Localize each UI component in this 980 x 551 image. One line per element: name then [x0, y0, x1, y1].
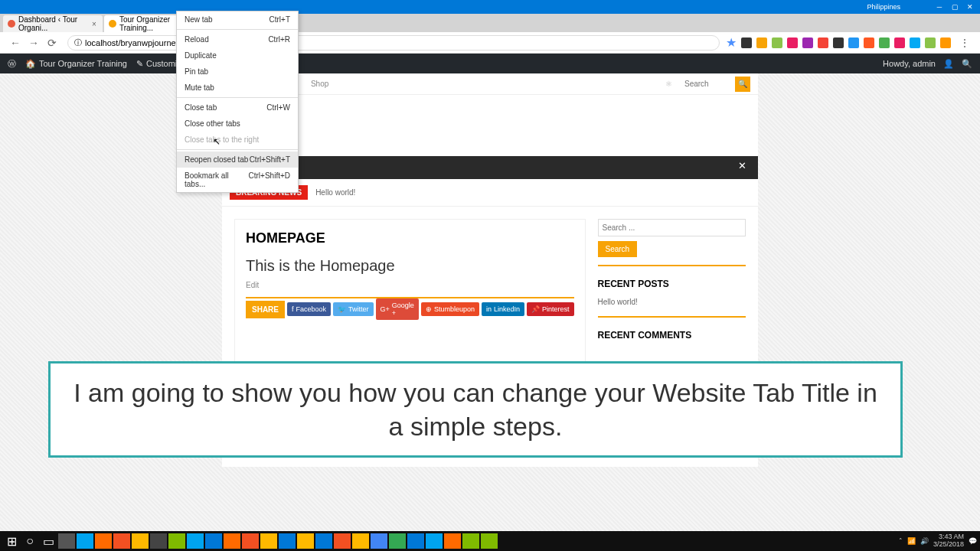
taskbar-app[interactable]: [462, 533, 479, 549]
tutorial-caption: I am going to show you how you can chang…: [48, 361, 903, 458]
ctx-pin[interactable]: Pin tab: [177, 64, 298, 80]
taskbar-app[interactable]: [481, 533, 498, 549]
address-bar[interactable]: ⓘ localhost/bryanwpjourney/: [67, 35, 720, 51]
recent-posts-widget: RECENT POSTS Hello world!: [598, 279, 746, 318]
wp-search-icon[interactable]: 🔍: [962, 59, 972, 69]
taskview-icon[interactable]: ▭: [40, 533, 57, 549]
extension-icon[interactable]: [772, 37, 782, 48]
clock-date[interactable]: 3/25/2018: [933, 541, 964, 549]
ctx-bookmark-all[interactable]: Bookmark all tabs...Ctrl+Shift+D: [177, 168, 298, 192]
taskbar-app[interactable]: [407, 533, 424, 549]
window-titlebar: Philippines ─ ▢ ✕: [0, 0, 980, 14]
cortana-icon[interactable]: ○: [21, 533, 38, 549]
extension-icon[interactable]: [833, 37, 844, 48]
extension-icon[interactable]: [910, 37, 920, 48]
browser-tabstrip: Dashboard ‹ Tour Organi... × Tour Organi…: [0, 14, 980, 32]
wp-avatar-icon[interactable]: 👤: [943, 59, 954, 69]
tray-chevron-icon[interactable]: ˄: [899, 537, 903, 545]
taskbar-app[interactable]: [77, 533, 93, 549]
extension-icon[interactable]: [879, 37, 890, 48]
taskbar-app[interactable]: [95, 533, 112, 549]
taskbar-app[interactable]: [352, 533, 369, 549]
extension-icon[interactable]: [925, 37, 936, 48]
ctx-duplicate[interactable]: Duplicate: [177, 47, 298, 64]
menu-button[interactable]: ⋮: [957, 35, 972, 51]
extension-icon[interactable]: [802, 37, 813, 48]
close-tab-icon[interactable]: ×: [92, 20, 100, 28]
ctx-mute[interactable]: Mute tab: [177, 80, 298, 96]
windows-taskbar: ⊞ ○ ▭ ˄ 📶 🔊 3:43 AM 3/25/2018 💬: [0, 531, 980, 551]
back-button[interactable]: ←: [8, 35, 23, 51]
taskbar-app[interactable]: [132, 533, 149, 549]
taskbar-app[interactable]: [444, 533, 461, 549]
taskbar-app[interactable]: [113, 533, 130, 549]
ctx-new-tab[interactable]: New tabCtrl+T: [177, 11, 298, 28]
post-link[interactable]: Hello world!: [598, 295, 746, 308]
search-button[interactable]: 🔍: [735, 77, 750, 92]
taskbar-app[interactable]: [279, 533, 296, 549]
maximize-button[interactable]: ▢: [948, 2, 962, 12]
page-subtitle: This is the Homepage: [246, 257, 574, 275]
share-linkedin[interactable]: in LinkedIn: [482, 302, 524, 316]
minimize-button[interactable]: ─: [933, 2, 946, 12]
breaking-text[interactable]: Hello world!: [315, 188, 355, 197]
taskbar-app[interactable]: [205, 533, 222, 549]
tray-volume-icon[interactable]: 🔊: [920, 537, 929, 545]
extension-icon[interactable]: [848, 37, 859, 48]
ctx-close-other[interactable]: Close other tabs: [177, 116, 298, 132]
extension-icon[interactable]: [894, 37, 905, 48]
extension-icon[interactable]: [787, 37, 798, 48]
edit-link[interactable]: Edit: [246, 281, 574, 289]
close-window-button[interactable]: ✕: [963, 2, 977, 12]
extension-icon[interactable]: [756, 37, 767, 48]
share-pinterest[interactable]: 📌 Pinterest: [527, 302, 574, 316]
tab-dashboard[interactable]: Dashboard ‹ Tour Organi... ×: [3, 15, 103, 32]
taskbar-app[interactable]: [58, 533, 75, 549]
start-button[interactable]: ⊞: [3, 533, 20, 549]
bookmark-star-icon[interactable]: ★: [726, 35, 737, 50]
wp-logo[interactable]: ⓦ: [8, 58, 16, 70]
breaking-news-bar: BREAKING NEWS Hello world!: [222, 179, 758, 207]
taskbar-app[interactable]: [334, 533, 351, 549]
taskbar-app[interactable]: [224, 533, 240, 549]
page-viewport: page My Account Shop ⚛ 🔍 a. ✕ BREAKING N…: [0, 73, 980, 551]
wp-site-link[interactable]: 🏠 Tour Organizer Training: [25, 59, 127, 69]
ctx-reopen-closed[interactable]: Reopen closed tabCtrl+Shift+T: [177, 152, 298, 168]
extension-icon[interactable]: [818, 37, 828, 48]
site-header: a.: [222, 95, 758, 156]
share-facebook[interactable]: f Facebook: [287, 302, 331, 316]
rss-icon[interactable]: ⚛: [665, 80, 672, 88]
share-twitter[interactable]: 🐦 Twitter: [333, 302, 374, 316]
taskbar-app[interactable]: [389, 533, 406, 549]
taskbar-app[interactable]: [187, 533, 204, 549]
extension-icon[interactable]: [864, 37, 874, 48]
ctx-reload[interactable]: ReloadCtrl+R: [177, 31, 298, 47]
taskbar-app[interactable]: [426, 533, 443, 549]
taskbar-app[interactable]: [242, 533, 259, 549]
taskbar-app[interactable]: [150, 533, 167, 549]
forward-button[interactable]: →: [26, 35, 41, 51]
taskbar-app[interactable]: [371, 533, 387, 549]
menu-item[interactable]: Shop: [311, 80, 328, 88]
extension-icon[interactable]: [940, 37, 951, 48]
taskbar-app[interactable]: [297, 533, 314, 549]
search-input[interactable]: [684, 80, 723, 88]
share-google[interactable]: G+ Google +: [376, 298, 419, 320]
extension-icon[interactable]: [741, 37, 752, 48]
share-row: SHARE f Facebook 🐦 Twitter G+ Google + ⊕…: [246, 297, 574, 320]
region-label: Philippines: [867, 3, 900, 11]
reload-button[interactable]: ⟳: [44, 35, 60, 51]
tray-network-icon[interactable]: 📶: [907, 537, 916, 545]
notification-icon[interactable]: 💬: [969, 537, 977, 545]
system-tray: ˄ 📶 🔊 3:43 AM 3/25/2018 💬: [899, 533, 977, 549]
taskbar-app[interactable]: [315, 533, 332, 549]
share-stumbleupon[interactable]: ⊕ Stumbleupon: [421, 302, 479, 316]
random-post-icon[interactable]: ✕: [738, 160, 752, 174]
ctx-close-tab[interactable]: Close tabCtrl+W: [177, 99, 298, 116]
sidebar-search-button[interactable]: Search: [598, 241, 638, 257]
sidebar-search-input[interactable]: [598, 219, 746, 236]
taskbar-app[interactable]: [260, 533, 277, 549]
site-favicon-icon: [109, 20, 116, 28]
wp-howdy[interactable]: Howdy, admin: [883, 59, 936, 68]
taskbar-app[interactable]: [168, 533, 185, 549]
